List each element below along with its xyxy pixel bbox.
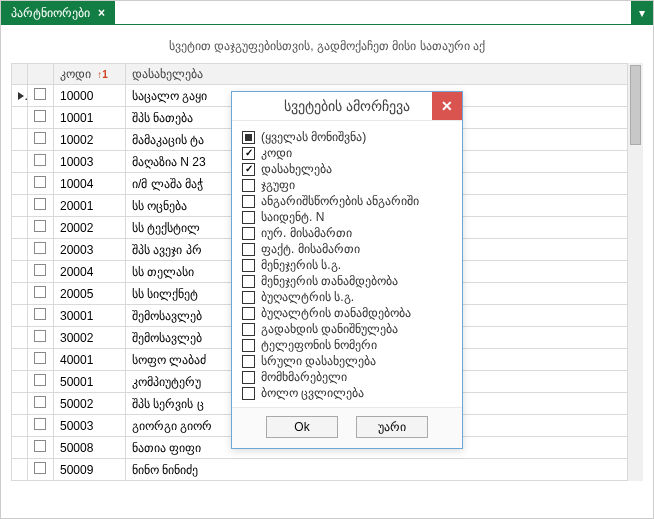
row-checkbox[interactable]	[34, 242, 46, 254]
column-option-label: მენეჯერის ს.გ.	[261, 258, 341, 272]
tab-spacer	[115, 1, 631, 24]
checkbox[interactable]	[242, 163, 255, 176]
cancel-button[interactable]: უარი	[356, 416, 428, 438]
column-option[interactable]: ბუღალტრის თანამდებობა	[242, 305, 452, 321]
column-option[interactable]: კოდი	[242, 145, 452, 161]
row-checkbox-cell[interactable]	[28, 349, 54, 371]
checkbox[interactable]	[242, 291, 255, 304]
row-checkbox-cell[interactable]	[28, 85, 54, 107]
column-option[interactable]: ტელეფონის ნომერი	[242, 337, 452, 353]
checkbox[interactable]	[242, 323, 255, 336]
table-row[interactable]: 50009ნინო ნინიძე	[12, 459, 643, 481]
checkbox[interactable]	[242, 179, 255, 192]
row-checkbox[interactable]	[34, 352, 46, 364]
row-checkbox-cell[interactable]	[28, 217, 54, 239]
column-option[interactable]: მენეჯერის თანამდებობა	[242, 273, 452, 289]
row-checkbox-cell[interactable]	[28, 393, 54, 415]
checkbox[interactable]	[242, 275, 255, 288]
dialog-title-bar[interactable]: სვეტების ამორჩევა ✕	[232, 92, 462, 121]
column-option-label: დასახელება	[261, 162, 332, 176]
column-option[interactable]: საიდენტ. N	[242, 209, 452, 225]
column-option[interactable]: გადახდის დანიშნულება	[242, 321, 452, 337]
row-checkbox-cell[interactable]	[28, 305, 54, 327]
row-code: 20005	[54, 283, 126, 305]
checkbox[interactable]	[242, 355, 255, 368]
row-checkbox-cell[interactable]	[28, 239, 54, 261]
row-checkbox[interactable]	[34, 330, 46, 342]
header-name[interactable]: დასახელება	[126, 64, 643, 85]
column-option[interactable]: სრული დასახელება	[242, 353, 452, 369]
row-checkbox[interactable]	[34, 374, 46, 386]
column-option[interactable]: ანგარიშსწორების ანგარიში	[242, 193, 452, 209]
column-option[interactable]: ჯგუფი	[242, 177, 452, 193]
checkbox[interactable]	[242, 211, 255, 224]
row-indicator	[12, 415, 28, 437]
row-code: 20003	[54, 239, 126, 261]
checkbox[interactable]	[242, 195, 255, 208]
row-checkbox[interactable]	[34, 198, 46, 210]
row-checkbox[interactable]	[34, 110, 46, 122]
row-checkbox-cell[interactable]	[28, 371, 54, 393]
row-checkbox[interactable]	[34, 308, 46, 320]
row-code: 50002	[54, 393, 126, 415]
ok-button[interactable]: Ok	[266, 416, 338, 438]
row-checkbox[interactable]	[34, 176, 46, 188]
checkbox[interactable]	[242, 339, 255, 352]
row-checkbox[interactable]	[34, 396, 46, 408]
tab-dropdown-icon[interactable]: ▾	[631, 1, 653, 24]
checkbox[interactable]	[242, 259, 255, 272]
row-checkbox-cell[interactable]	[28, 459, 54, 481]
tab-partners[interactable]: პარტნიორები ×	[1, 1, 115, 24]
close-icon: ✕	[441, 98, 453, 114]
tab-bar: პარტნიორები × ▾	[1, 1, 653, 25]
vertical-scrollbar[interactable]	[627, 63, 643, 481]
checkbox[interactable]	[242, 371, 255, 384]
row-checkbox[interactable]	[34, 154, 46, 166]
row-indicator	[12, 283, 28, 305]
row-checkbox-cell[interactable]	[28, 437, 54, 459]
checkbox[interactable]	[242, 147, 255, 160]
row-checkbox-cell[interactable]	[28, 327, 54, 349]
row-code: 50001	[54, 371, 126, 393]
row-checkbox[interactable]	[34, 220, 46, 232]
column-option[interactable]: ფაქტ. მისამართი	[242, 241, 452, 257]
row-checkbox-cell[interactable]	[28, 283, 54, 305]
row-indicator	[12, 305, 28, 327]
checkbox[interactable]	[242, 131, 255, 144]
column-option[interactable]: (ყველას მონიშვნა)	[242, 129, 452, 145]
checkbox[interactable]	[242, 307, 255, 320]
tab-close-icon[interactable]: ×	[98, 6, 105, 20]
row-checkbox-cell[interactable]	[28, 107, 54, 129]
row-checkbox[interactable]	[34, 88, 46, 100]
row-checkbox[interactable]	[34, 418, 46, 430]
header-name-label: დასახელება	[132, 67, 203, 81]
row-checkbox[interactable]	[34, 440, 46, 452]
column-option[interactable]: მომხმარებელი	[242, 369, 452, 385]
column-option[interactable]: იურ. მისამართი	[242, 225, 452, 241]
row-checkbox[interactable]	[34, 462, 46, 474]
row-checkbox-cell[interactable]	[28, 129, 54, 151]
row-checkbox[interactable]	[34, 264, 46, 276]
column-option[interactable]: დასახელება	[242, 161, 452, 177]
checkbox[interactable]	[242, 387, 255, 400]
scrollbar-thumb[interactable]	[630, 65, 641, 145]
column-option[interactable]: ბოლო ცვლილება	[242, 385, 452, 401]
row-checkbox[interactable]	[34, 286, 46, 298]
column-option-label: კოდი	[261, 146, 292, 160]
row-checkbox-cell[interactable]	[28, 415, 54, 437]
header-code[interactable]: კოდი ↑1	[54, 64, 126, 85]
column-option-label: ფაქტ. მისამართი	[261, 242, 360, 256]
header-check[interactable]	[28, 64, 54, 85]
checkbox[interactable]	[242, 227, 255, 240]
row-checkbox-cell[interactable]	[28, 261, 54, 283]
row-checkbox-cell[interactable]	[28, 151, 54, 173]
dialog-close-button[interactable]: ✕	[432, 92, 462, 120]
column-option[interactable]: ბუღალტრის ს.გ.	[242, 289, 452, 305]
checkbox[interactable]	[242, 243, 255, 256]
column-option[interactable]: მენეჯერის ს.გ.	[242, 257, 452, 273]
row-checkbox[interactable]	[34, 132, 46, 144]
row-indicator	[12, 327, 28, 349]
row-checkbox-cell[interactable]	[28, 195, 54, 217]
row-checkbox-cell[interactable]	[28, 173, 54, 195]
column-option-label: (ყველას მონიშვნა)	[261, 130, 366, 144]
